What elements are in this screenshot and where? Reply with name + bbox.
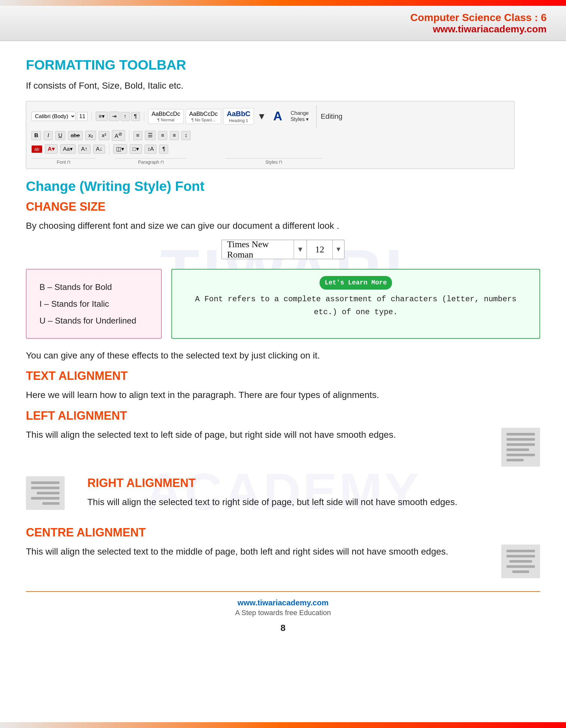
style-normal-label: ¶ Normal [152, 117, 180, 122]
superscript-btn[interactable]: x² [99, 131, 109, 140]
sort-az-btn[interactable]: ↕A [145, 145, 157, 154]
sort-btn[interactable]: ↑ [121, 112, 130, 121]
learn-more-badge: Let's Learn More [319, 276, 392, 290]
change-styles-button[interactable]: ChangeStyles ▾ [288, 109, 311, 124]
biu-info-box: B – Stands for Bold I – Stands for Itali… [26, 269, 162, 339]
font-size-dropdown-arrow[interactable]: ▼ [332, 240, 344, 259]
justify-btn[interactable]: ≡ [170, 131, 179, 140]
left-alignment-desc: This will align the selected text to lef… [26, 428, 488, 442]
font-group: Calibri (Body) 11 [31, 112, 92, 121]
style-no-spacing[interactable]: AaBbCcDc ¶ No Spaci... [186, 109, 221, 124]
underline-text: U – Stands for Underlined [39, 312, 148, 329]
style-heading1[interactable]: AaBbC Heading 1 [223, 108, 254, 125]
align-line-2 [506, 438, 535, 441]
line-spacing-btn[interactable]: ↕ [182, 131, 191, 140]
font-size-display: 12 [306, 240, 332, 259]
r-align-line-2 [31, 487, 60, 489]
header-website: www.tiwariacademy.com [410, 24, 547, 35]
text-alignment-desc: Here we will learn how to align text in … [26, 388, 540, 403]
right-alignment-desc: This will align the selected text to rig… [87, 495, 540, 510]
align-line-4 [506, 448, 529, 451]
format-clear-btn[interactable]: A⊘ [112, 130, 125, 141]
biu-section: B – Stands for Bold I – Stands for Itali… [26, 269, 540, 339]
styles-group: AaBbCcDc ¶ Normal AaBbCcDc ¶ No Spaci...… [148, 108, 268, 125]
centre-alignment-title: CENTRE ALIGNMENT [26, 526, 540, 539]
show-all-btn[interactable]: ¶ [131, 112, 140, 121]
r-align-line-4 [31, 497, 60, 500]
indent-btn[interactable]: ⇥ [109, 112, 119, 121]
centre-alignment-lines-box [501, 545, 540, 578]
font-selector-name: Times New Roman [222, 239, 294, 260]
pilcrow-btn[interactable]: ¶ [159, 145, 168, 154]
r-align-line-3 [37, 492, 60, 494]
subscript-btn[interactable]: x₂ [85, 131, 96, 140]
learn-more-box: Let's Learn More A Font refers to a comp… [172, 269, 540, 339]
c-align-line-4 [506, 565, 535, 568]
align-right-btn[interactable]: ≡ [158, 131, 167, 140]
toolbar-sep-2 [109, 143, 109, 155]
footer-tagline: A Step towards free Education [26, 609, 540, 617]
underline-btn[interactable]: U [55, 131, 65, 140]
text-alignment-title: TEXT ALIGNMENT [26, 369, 540, 383]
formatting-toolbar-desc: If consists of Font, Size, Bold, Italic … [26, 79, 540, 93]
styles-label: Styles ⊓ [226, 158, 322, 165]
change-size-label: CHANGE SIZE [26, 200, 540, 214]
align-line-3 [506, 443, 535, 446]
align-center-btn[interactable]: ☰ [145, 131, 156, 140]
left-alignment-title: LEFT ALIGNMENT [26, 409, 540, 423]
highlight-btn[interactable]: ab [31, 145, 42, 153]
right-alignment-section: RIGHT ALIGNMENT This will align the sele… [26, 476, 540, 516]
style-normal[interactable]: AaBbCcDc ¶ Normal [148, 109, 184, 124]
shading-btn[interactable]: ◫▾ [113, 144, 127, 154]
grow-font-btn[interactable]: A↑ [78, 145, 91, 154]
right-alignment-lines-box [26, 476, 65, 510]
list-btn[interactable]: ≡▾ [96, 112, 108, 121]
aa-btn[interactable]: Aa▾ [60, 144, 76, 154]
change-styles-label: ChangeStyles ▾ [290, 110, 308, 122]
paragraph-group: ≡▾ ⇥ ↑ ¶ [96, 112, 144, 121]
font-size-select[interactable]: 11 [77, 112, 88, 121]
footer-bar: www.tiwariacademy.com A Step towards fre… [26, 591, 540, 620]
c-align-line-3 [509, 560, 532, 563]
shrink-font-btn[interactable]: A↓ [93, 145, 105, 154]
centre-alignment-desc: This will align the selected text to the… [26, 545, 488, 559]
styles-expand-btn[interactable]: ▼ [257, 111, 266, 122]
bottom-gradient-bar [0, 722, 566, 728]
big-a-icon: A [273, 109, 282, 123]
paragraph-label: Paragraph ⊓ [116, 158, 187, 165]
learn-more-text: A Font refers to a complete assortment o… [182, 293, 530, 319]
font-label: Font ⊓ [31, 158, 96, 165]
font-family-select[interactable]: Calibri (Body) [31, 112, 76, 121]
top-gradient-bar [0, 0, 566, 6]
bold-text: B – Stands for Bold [39, 279, 148, 295]
align-line-5 [506, 454, 535, 456]
font-selector-box[interactable]: Times New Roman ▼ 12 ▼ [222, 240, 344, 259]
font-color-btn[interactable]: A▾ [45, 144, 58, 154]
style-no-spacing-label: ¶ No Spaci... [189, 117, 218, 122]
header-title: Computer Science Class : 6 [410, 12, 547, 24]
bold-btn[interactable]: B [31, 131, 41, 140]
style-heading1-preview: AaBbC [227, 110, 250, 118]
toolbar-labels-row: Font ⊓ Paragraph ⊓ Styles ⊓ [31, 158, 509, 165]
toolbar-row-3: ab A▾ Aa▾ A↑ A↓ ◫▾ □▾ ↕A ¶ [31, 143, 509, 155]
style-heading1-label: Heading 1 [227, 118, 250, 123]
change-size-desc: By choosing different font and size we c… [26, 219, 540, 233]
header-text-block: Computer Science Class : 6 www.tiwariaca… [410, 12, 547, 35]
align-left-btn[interactable]: ≡ [133, 131, 142, 140]
r-align-line-1 [31, 481, 60, 484]
strikethrough-btn[interactable]: abe [68, 131, 83, 140]
font-dropdown-arrow[interactable]: ▼ [294, 240, 306, 259]
left-alignment-text-block: This will align the selected text to lef… [26, 428, 488, 449]
left-alignment-section: This will align the selected text to lef… [26, 428, 540, 467]
centre-alignment-section: This will align the selected text to the… [26, 545, 540, 578]
effect-note: You can give any of these effects to the… [26, 348, 540, 363]
left-alignment-lines-box [501, 428, 540, 467]
italic-btn[interactable]: I [44, 131, 53, 140]
footer-website: www.tiwariacademy.com [26, 598, 540, 607]
right-alignment-text-block: RIGHT ALIGNMENT This will align the sele… [87, 476, 540, 516]
toolbar-row-2: B I U abe x₂ x² A⊘ ≡ ☰ ≡ ≡ ↕ [31, 130, 509, 141]
borders-btn[interactable]: □▾ [130, 144, 142, 154]
main-content: TIWARI ACADEMY FORMATTING TOOLBAR If con… [0, 41, 566, 653]
page-number: 8 [26, 623, 540, 633]
toolbar-row-1: Calibri (Body) 11 ≡▾ ⇥ ↑ ¶ AaBbCcDc ¶ No… [31, 105, 509, 128]
